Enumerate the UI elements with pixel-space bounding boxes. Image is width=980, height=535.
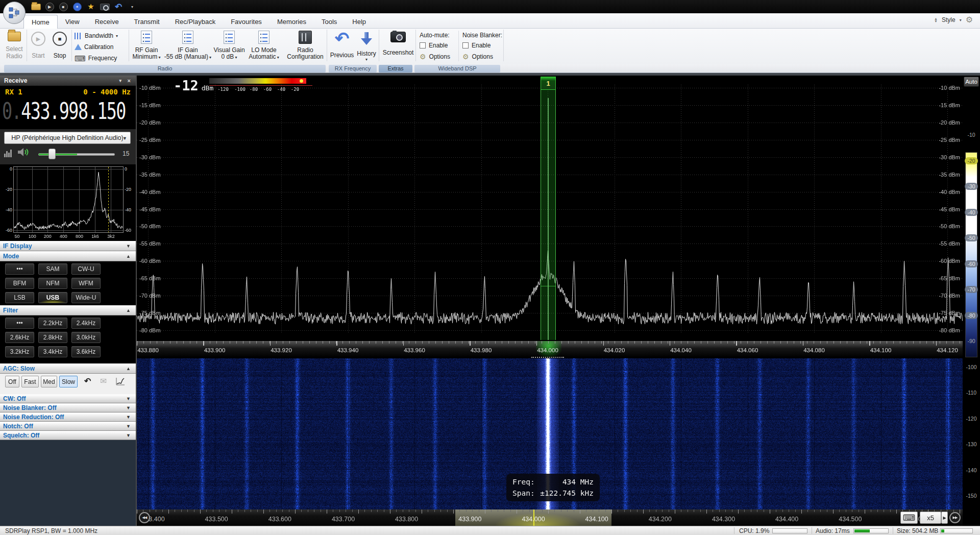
- noiseblanker-enable-checkbox[interactable]: Enable: [462, 42, 491, 49]
- equalizer-icon[interactable]: [4, 148, 13, 157]
- bandwidth-button[interactable]: Bandwidth ▾: [75, 31, 118, 41]
- section-notch-off[interactable]: Notch: Off▼: [0, 422, 136, 431]
- rf-gain-button[interactable]: RF GainMinimum ▾: [131, 31, 162, 61]
- if-gain-button[interactable]: IF Gain-55 dB (Manual) ▾: [163, 31, 212, 61]
- nav-keyboard-button[interactable]: ⌨: [900, 512, 918, 524]
- waterfall-nav-bar[interactable]: 433.400433.500433.600433.700433.800433.9…: [137, 509, 963, 526]
- filter-button-3-0khz[interactable]: 3.0kHz: [71, 332, 101, 343]
- mode-button-sam[interactable]: SAM: [38, 263, 67, 275]
- filter-button-3-6khz[interactable]: 3.6kHz: [71, 346, 101, 357]
- filter-button-2-4khz[interactable]: 2.4kHz: [71, 318, 101, 329]
- receive-panel-header[interactable]: Receive ▾ ×: [0, 76, 136, 86]
- lo-mode-value: Automatic ▾: [249, 54, 279, 61]
- auto-scale-button[interactable]: Auto: [964, 77, 979, 87]
- collapse-ribbon-icon[interactable]: ▲▼: [934, 17, 938, 22]
- mode-button-usb[interactable]: USB: [38, 292, 67, 303]
- favourite-icon[interactable]: [86, 2, 96, 12]
- select-radio-button[interactable]: SelectRadio: [3, 32, 26, 60]
- start-button[interactable]: ▶ Start: [29, 32, 48, 59]
- af-spectrum-canvas[interactable]: [13, 166, 124, 233]
- style-chevron-down-icon[interactable]: ▾: [960, 18, 962, 22]
- tuning-marker-flag[interactable]: 1: [541, 77, 556, 90]
- agc-envelope-icon[interactable]: ✉: [100, 377, 107, 386]
- frequency-button[interactable]: ⌨ Frequency: [75, 53, 117, 63]
- mode-button-dots[interactable]: •••: [5, 263, 34, 275]
- stop-icon[interactable]: ■: [58, 2, 68, 12]
- previous-button[interactable]: ↶ Previous: [329, 31, 355, 59]
- nav-zoom-expand-button[interactable]: ▶: [941, 512, 948, 524]
- panel-close-icon[interactable]: ×: [128, 76, 131, 86]
- mode-button-lsb[interactable]: LSB: [5, 292, 34, 303]
- agc-undo-icon[interactable]: ↶: [84, 377, 91, 386]
- screenshot-button[interactable]: Screenshot: [382, 32, 414, 56]
- mode-button-wfm[interactable]: WFM: [71, 278, 101, 289]
- tab-receive[interactable]: Receive: [87, 15, 127, 29]
- tuned-frequency[interactable]: 0.433.998.150: [2, 98, 103, 124]
- undo-icon[interactable]: ↶: [113, 2, 124, 12]
- visual-gain-button[interactable]: Visual Gain0 dB ▾: [213, 31, 245, 61]
- filter-button-dots[interactable]: •••: [5, 318, 34, 329]
- mode-button-cw-u[interactable]: CW-U: [71, 263, 101, 275]
- add-icon[interactable]: +: [72, 2, 82, 12]
- qat-more-icon[interactable]: ▾: [127, 2, 137, 12]
- mode-button-wide-u[interactable]: Wide-U: [71, 292, 101, 303]
- mode-button-nfm[interactable]: NFM: [38, 278, 67, 289]
- section-cw-off[interactable]: CW: Off▼: [0, 394, 136, 403]
- stop-button[interactable]: ■ Stop: [50, 32, 69, 59]
- group-label-wideband-dsp[interactable]: Wideband DSP: [414, 65, 500, 72]
- group-label-rx-frequency[interactable]: RX Frequency: [329, 65, 377, 72]
- section-noise-reduction-off[interactable]: Noise Reduction: Off▼: [0, 412, 136, 422]
- audio-device-select[interactable]: HP (Périphérique High Definition Audio) …: [4, 132, 131, 144]
- speaker-icon[interactable]: [17, 147, 30, 157]
- section-filter[interactable]: Filter ▲: [0, 305, 136, 315]
- section-if-display[interactable]: IF Display ▼: [0, 241, 136, 251]
- section-squelch-off[interactable]: Squelch: Off▼: [0, 431, 136, 440]
- automute-options-button[interactable]: ⚙ Options: [420, 53, 450, 60]
- spectrum-frequency-scale[interactable]: 433.880433.900433.920433.940433.960433.9…: [137, 341, 963, 357]
- section-agc[interactable]: AGC: Slow ▲: [0, 363, 136, 374]
- open-folder-icon[interactable]: [31, 2, 41, 12]
- lo-mode-button[interactable]: LO ModeAutomatic ▾: [246, 31, 282, 61]
- agc-button-off[interactable]: Off: [5, 376, 19, 387]
- filter-button-2-6khz[interactable]: 2.6kHz: [5, 332, 34, 343]
- tab-favourites[interactable]: Favourites: [223, 15, 270, 29]
- filter-button-3-4khz[interactable]: 3.4kHz: [38, 346, 67, 357]
- section-mode[interactable]: Mode ▲: [0, 251, 136, 261]
- radio-button[interactable]: RadioConfiguration: [284, 31, 327, 60]
- group-label-extras[interactable]: Extras: [379, 65, 412, 72]
- camera-icon[interactable]: [100, 2, 110, 12]
- panel-chevron-down-icon[interactable]: ▾: [119, 76, 121, 86]
- frequency-display[interactable]: RX 1 0 - 4000 Hz 0.433.998.150: [0, 86, 136, 129]
- agc-button-slow[interactable]: Slow: [59, 376, 78, 387]
- history-button[interactable]: History ▾: [355, 32, 378, 62]
- play-icon[interactable]: ▶: [44, 2, 55, 12]
- tab-tools[interactable]: Tools: [314, 15, 345, 29]
- application-button[interactable]: [3, 2, 26, 24]
- filter-button-3-2khz[interactable]: 3.2kHz: [5, 346, 34, 357]
- tab-view[interactable]: View: [58, 15, 87, 29]
- tab-rec-playback[interactable]: Rec/Playback: [167, 15, 223, 29]
- nav-scroll-left-button[interactable]: ◀◀: [139, 512, 150, 523]
- tab-home[interactable]: Home: [23, 15, 58, 29]
- filter-button-2-2khz[interactable]: 2.2kHz: [38, 318, 67, 329]
- agc-button-fast[interactable]: Fast: [21, 376, 39, 387]
- nav-scroll-right-button[interactable]: ▶▶: [949, 512, 961, 523]
- automute-enable-checkbox[interactable]: Enable: [420, 42, 448, 49]
- section-noise-blanker-off[interactable]: Noise Blanker: Off▼: [0, 403, 136, 412]
- settings-gear-icon[interactable]: ⚙: [966, 16, 973, 24]
- palette-legend-bar[interactable]: [209, 78, 306, 84]
- calibration-button[interactable]: Calibration: [75, 42, 113, 52]
- agc-button-med[interactable]: Med: [41, 376, 57, 387]
- tab-help[interactable]: Help: [345, 15, 374, 29]
- filter-button-2-8khz[interactable]: 2.8kHz: [38, 332, 67, 343]
- tab-memories[interactable]: Memories: [270, 15, 314, 29]
- tab-transmit[interactable]: Transmit: [127, 15, 167, 29]
- group-label-radio[interactable]: Radio: [4, 65, 326, 72]
- volume-slider-handle[interactable]: [48, 149, 56, 159]
- buffer-size-fill: [941, 529, 944, 532]
- noiseblanker-options-button[interactable]: ⚙ Options: [462, 53, 493, 60]
- agc-graph-icon[interactable]: [115, 377, 126, 386]
- mode-button-bfm[interactable]: BFM: [5, 278, 34, 289]
- style-label[interactable]: Style: [942, 16, 955, 23]
- nav-zoom-button[interactable]: x5: [920, 512, 941, 524]
